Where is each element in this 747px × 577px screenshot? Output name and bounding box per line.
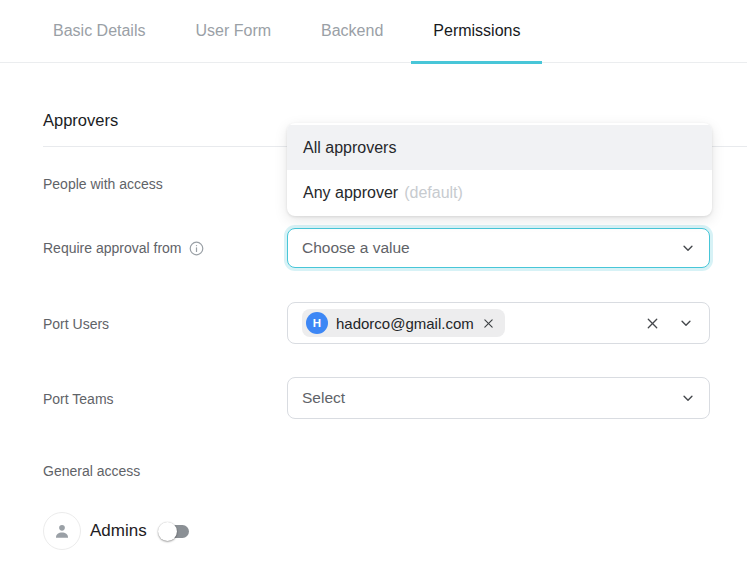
field-controls	[645, 316, 695, 331]
label-people-with-access-text: People with access	[43, 176, 163, 192]
tab-bar: Basic Details User Form Backend Permissi…	[0, 0, 747, 63]
menu-item-default-badge: (default)	[404, 184, 463, 202]
user-chip: H hadorco@gmail.com	[302, 309, 505, 337]
info-icon[interactable]	[189, 241, 204, 256]
tab-basic-details[interactable]: Basic Details	[31, 0, 167, 63]
port-teams-select-value: Select	[302, 389, 345, 407]
label-port-teams: Port Teams	[43, 391, 114, 407]
label-general-access: General access	[43, 463, 140, 479]
tab-backend[interactable]: Backend	[299, 0, 405, 63]
avatar: H	[306, 312, 328, 334]
user-chip-email: hadorco@gmail.com	[336, 315, 474, 332]
admins-toggle[interactable]	[158, 522, 190, 541]
label-require-approval-text: Require approval from	[43, 240, 182, 256]
label-port-users-text: Port Users	[43, 316, 109, 332]
label-port-users: Port Users	[43, 316, 109, 332]
approval-options-menu: All approvers Any approver (default)	[287, 123, 712, 216]
label-require-approval: Require approval from	[43, 240, 204, 256]
require-approval-select[interactable]: Choose a value	[287, 228, 710, 268]
port-teams-select[interactable]: Select	[287, 377, 710, 419]
chevron-down-icon[interactable]	[679, 316, 693, 330]
person-icon	[52, 521, 72, 541]
toggle-thumb	[158, 522, 177, 541]
label-general-access-text: General access	[43, 463, 140, 479]
menu-item-label: Any approver	[303, 184, 398, 202]
section-heading-approvers: Approvers	[43, 111, 118, 130]
admins-label: Admins	[90, 521, 147, 541]
label-port-teams-text: Port Teams	[43, 391, 114, 407]
menu-item-all-approvers[interactable]: All approvers	[287, 125, 712, 170]
port-users-multiselect[interactable]: H hadorco@gmail.com	[287, 302, 710, 344]
clear-all-icon[interactable]	[645, 316, 660, 331]
chevron-down-icon	[681, 391, 695, 405]
menu-item-any-approver[interactable]: Any approver (default)	[287, 170, 712, 215]
chevron-down-icon	[681, 241, 695, 255]
tab-user-form[interactable]: User Form	[173, 0, 293, 63]
admins-avatar	[43, 512, 81, 550]
label-people-with-access: People with access	[43, 176, 163, 192]
chip-remove-icon[interactable]	[482, 317, 495, 330]
menu-item-label: All approvers	[303, 139, 396, 157]
tab-permissions[interactable]: Permissions	[411, 0, 542, 63]
require-approval-select-value: Choose a value	[302, 239, 410, 257]
